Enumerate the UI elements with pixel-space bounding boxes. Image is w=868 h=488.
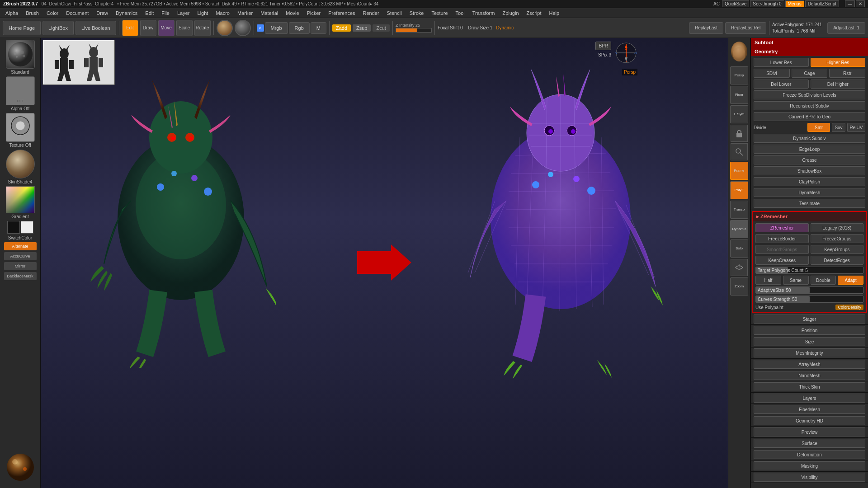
swatch-white[interactable] — [21, 221, 33, 234]
menu-material[interactable]: Material — [257, 9, 282, 17]
scale-btn[interactable]: Scale — [176, 20, 193, 36]
shadow-box-btn[interactable]: ShadowBox — [754, 166, 865, 175]
menu-stroke[interactable]: Stroke — [406, 9, 428, 17]
menu-file[interactable]: File — [158, 9, 173, 17]
suv-btn[interactable]: Suv — [832, 123, 845, 132]
swatch-black[interactable] — [7, 221, 20, 234]
head-preview[interactable] — [730, 40, 749, 63]
nano-mesh-btn[interactable]: NanoMesh — [754, 371, 865, 380]
array-mesh-btn[interactable]: ArrayMesh — [754, 360, 865, 369]
zsub-btn[interactable]: Zsub — [353, 24, 371, 32]
menu-color[interactable]: Color — [43, 9, 62, 17]
brush-sphere[interactable] — [217, 20, 233, 36]
crease-btn[interactable]: Crease — [754, 155, 865, 164]
frame-btn[interactable]: Frame — [730, 162, 748, 180]
zremesher-header[interactable]: ▸ ZRemesher — [753, 212, 866, 221]
l-sym-btn[interactable]: L.Sym — [730, 105, 748, 123]
alternate-btn[interactable]: Alternate — [4, 242, 37, 250]
surface-btn[interactable]: Surface — [754, 439, 865, 448]
draw-btn[interactable]: Draw — [140, 20, 156, 36]
material-preview[interactable] — [6, 150, 35, 178]
home-page-btn[interactable]: Home Page — [3, 21, 41, 35]
menu-macro[interactable]: Macro — [212, 9, 233, 17]
edge-loop-btn[interactable]: EdgeLoop — [754, 145, 865, 154]
menu-movie[interactable]: Movie — [282, 9, 302, 17]
size-btn[interactable]: Size — [754, 337, 865, 346]
legacy-2018-btn[interactable]: Legacy (2018) — [811, 223, 864, 232]
adapt-btn[interactable]: Adapt — [838, 276, 863, 285]
menu-texture[interactable]: Texture — [428, 9, 451, 17]
layers-btn[interactable]: Layers — [754, 394, 865, 403]
menu-dynamics[interactable]: Dynamics — [112, 9, 141, 17]
freeze-groups-btn[interactable]: FreezeGroups — [811, 234, 864, 243]
alpha-preview[interactable]: OFF — [6, 76, 35, 105]
color-picker[interactable] — [6, 186, 35, 213]
adjust-last-btn[interactable]: AdjustLast: 1 — [827, 22, 865, 34]
large-sphere[interactable] — [6, 453, 35, 482]
preview-btn[interactable]: Preview — [754, 427, 865, 436]
viewport[interactable]: Y -Y X -X Persp BPR SPix 3 — [41, 38, 728, 488]
reconstruct-subdiv-btn[interactable]: Reconstruct Subdiv — [754, 101, 865, 110]
menu-document[interactable]: Document — [62, 9, 92, 17]
zadd-btn[interactable]: Zadd — [332, 24, 351, 32]
quicksave-btn[interactable]: QuickSave — [722, 0, 749, 7]
rotate-btn[interactable]: Rotate — [194, 20, 211, 36]
half-btn[interactable]: Half — [755, 276, 781, 285]
zcut-btn[interactable]: Zcut — [373, 24, 389, 32]
solo-btn[interactable]: Solo — [730, 239, 748, 258]
menu-transform[interactable]: Transform — [469, 9, 499, 17]
menu-alpha[interactable]: Alpha — [2, 9, 22, 17]
menu-tool[interactable]: Tool — [452, 9, 468, 17]
menu-layer[interactable]: Layer — [174, 9, 193, 17]
position-btn[interactable]: Position — [754, 326, 865, 335]
texture-preview[interactable] — [6, 113, 35, 142]
fiber-mesh-btn[interactable]: FiberMesh — [754, 405, 865, 414]
mesh-integrity-btn[interactable]: MeshIntegrity — [754, 348, 865, 357]
zoom-btn[interactable]: Zoom — [730, 277, 748, 296]
freeze-subdiv-btn[interactable]: Freeze SubDivision Levels — [754, 90, 865, 99]
menu-zplugin[interactable]: Zplugin — [499, 9, 522, 17]
menu-preferences[interactable]: Preferences — [325, 9, 359, 17]
menu-edit[interactable]: Edit — [142, 9, 157, 17]
higher-res-btn[interactable]: Higher Res — [811, 58, 866, 67]
live-boolean-btn[interactable]: Live Boolean — [75, 21, 116, 35]
zremesher-btn[interactable]: ZRemesher — [755, 223, 809, 232]
tessimate-btn[interactable]: Tessimate — [754, 199, 865, 208]
move-btn[interactable]: Move — [158, 20, 175, 36]
same-btn[interactable]: Same — [783, 276, 809, 285]
dynamic-subdiv-btn[interactable]: Dynamic Subdiv — [754, 134, 865, 143]
cage-btn[interactable]: Cage — [792, 69, 828, 78]
zoom-to-fit-btn[interactable] — [731, 143, 748, 160]
accu-curve-btn[interactable]: AccuCurve — [4, 252, 37, 260]
menu-draw[interactable]: Draw — [93, 9, 112, 17]
clay-polish-btn[interactable]: ClayPolish — [754, 177, 865, 186]
menus-btn[interactable]: Menus — [785, 0, 804, 7]
smooth-groups-btn[interactable]: SmoothGroups — [755, 245, 809, 254]
smt-btn[interactable]: Smt — [807, 123, 830, 132]
compass[interactable]: Y -Y X -X — [615, 42, 637, 65]
freeze-border-btn[interactable]: FreezeBorder — [755, 234, 809, 243]
keep-groups-btn[interactable]: KeepGroups — [811, 245, 864, 254]
lower-res-btn[interactable]: Lower Res — [754, 58, 809, 67]
rel-uv-btn[interactable]: RelUV — [847, 123, 865, 132]
thick-skin-btn[interactable]: Thick Skin — [754, 382, 865, 391]
default-zscript-btn[interactable]: DefaultZScript — [805, 0, 839, 7]
floor-btn[interactable]: Floor — [730, 86, 748, 104]
stager-btn[interactable]: Stager — [754, 314, 865, 324]
rstr-btn[interactable]: Rstr — [829, 69, 865, 78]
del-higher-btn[interactable]: Del Higher — [811, 80, 866, 89]
detect-edges-btn[interactable]: DetectEdges — [811, 256, 864, 265]
backface-mask-btn[interactable]: BackfaceMask — [4, 272, 37, 280]
dynamic-mode-btn[interactable]: Dynamic — [730, 220, 748, 238]
sdiv-btn[interactable]: SDivl — [754, 69, 790, 78]
menu-brush[interactable]: Brush — [22, 9, 42, 17]
m-btn[interactable]: M — [311, 22, 326, 34]
edit-btn[interactable]: Edit — [122, 20, 138, 36]
close-btn[interactable]: ✕ — [856, 0, 865, 7]
menu-stencil[interactable]: Stencil — [383, 9, 406, 17]
local-sym-btn[interactable] — [731, 259, 748, 276]
minimize-btn[interactable]: — — [845, 0, 855, 7]
double-btn[interactable]: Double — [811, 276, 836, 285]
dyna-mesh-btn[interactable]: DynaMesh — [754, 188, 865, 197]
poly-f-btn[interactable]: PolyF — [730, 181, 748, 199]
